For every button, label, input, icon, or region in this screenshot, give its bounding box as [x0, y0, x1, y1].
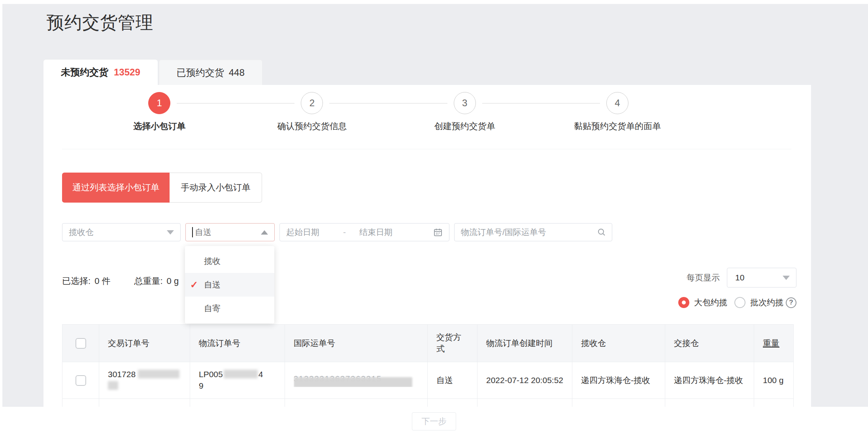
cell-trade-order-no: 301728 [99, 362, 190, 399]
dropdown-option-lanshou[interactable]: 揽收 [185, 249, 274, 273]
dropdown-option-ziji[interactable]: 自寄 [185, 297, 274, 320]
chevron-up-icon [261, 230, 268, 235]
col-trade-order-no: 交易订单号 [99, 325, 190, 362]
logistics-order-suffix: 4 [259, 370, 263, 379]
start-date-placeholder: 起始日期 [286, 227, 319, 238]
step-4-paste-label: 4 黏贴预约交货单的面单 [541, 92, 694, 132]
col-pickup-warehouse: 揽收仓 [572, 325, 665, 362]
section-divider [62, 149, 791, 149]
stepper: 1 选择小包订单 2 确认预约交货信息 3 创建预约交货单 4 黏贴预约交货单的… [83, 92, 694, 132]
delivery-method-value-wrap: 自送 [192, 227, 211, 238]
footer-bar: 下一步 [0, 407, 868, 436]
text-cursor [192, 227, 193, 237]
page-edge-top [0, 0, 868, 4]
filter-bar: 揽收仓 自送 起始日期 - 结束日期 [62, 223, 612, 241]
trade-order-visible: 301728 [108, 370, 136, 379]
date-range-picker[interactable]: 起始日期 - 结束日期 [279, 223, 449, 241]
radio-big-package[interactable] [678, 297, 689, 308]
check-icon: ✓ [190, 279, 198, 290]
manual-entry-button[interactable]: 手动录入小包订单 [170, 173, 262, 203]
cell-pickup-warehouse: 递四方珠海仓-揽收 [572, 362, 665, 399]
tab-label: 已预约交货 [177, 66, 224, 79]
radio-batch[interactable] [734, 297, 745, 308]
selected-count: 已选择:0 件 [62, 275, 114, 287]
tab-count-badge: 13529 [114, 67, 140, 78]
selected-count-value: 0 件 [94, 276, 110, 286]
tab-count-badge: 448 [229, 67, 245, 78]
step-label: 确认预约交货信息 [236, 120, 388, 132]
dropdown-option-zisong[interactable]: ✓ 自送 [185, 273, 274, 297]
pickup-warehouse-select[interactable]: 揽收仓 [62, 223, 181, 241]
calendar-icon [433, 227, 443, 237]
order-search-input[interactable] [461, 227, 587, 237]
col-weight: 重量 [754, 325, 794, 362]
total-weight-label: 总重量: [134, 276, 162, 286]
booking-mode-radios: 大包约揽 批次约揽 ? [678, 297, 796, 308]
selection-summary: 已选择:0 件 总重量:0 g [62, 275, 202, 287]
end-date-placeholder: 结束日期 [359, 227, 433, 238]
pickup-warehouse-placeholder: 揽收仓 [69, 227, 94, 238]
redacted-block [108, 381, 118, 390]
step-circle: 3 [454, 92, 476, 114]
page-edge-left [0, 0, 2, 407]
page-size-value: 10 [735, 273, 744, 282]
entry-mode-switch: 通过列表选择小包订单 手动录入小包订单 [62, 173, 262, 203]
tab-label: 未预约交货 [61, 66, 108, 79]
step-label: 选择小包订单 [83, 120, 236, 132]
page-size-row: 每页显示 10 [678, 268, 796, 288]
delivery-method-value: 自送 [195, 227, 211, 238]
tab-bar: 未预约交货 13529 已预约交货 448 [43, 60, 262, 85]
option-label: 揽收 [204, 256, 221, 267]
col-created-time: 物流订单创建时间 [477, 325, 572, 362]
tab-unreserved-delivery[interactable]: 未预约交货 13529 [43, 60, 158, 85]
chevron-down-icon [783, 276, 790, 280]
cell-delivery-method: 自送 [428, 362, 477, 399]
help-icon[interactable]: ? [786, 297, 796, 308]
table-row-partial [62, 399, 794, 407]
cell-weight: 100 g [754, 362, 794, 399]
order-search-box [454, 223, 612, 241]
step-circle: 1 [148, 92, 170, 114]
selected-count-label: 已选择: [62, 276, 91, 286]
table-row: 301728 LP0054 9 31333313637363315 自送 [62, 362, 794, 399]
delivery-method-select[interactable]: 自送 [185, 223, 275, 241]
logistics-order-line2: 9 [199, 381, 204, 390]
step-1-select-orders: 1 选择小包订单 [83, 92, 236, 132]
search-icon[interactable] [597, 227, 606, 237]
redacted-block [224, 370, 258, 378]
step-2-confirm-info: 2 确认预约交货信息 [236, 92, 388, 132]
tab-reserved-delivery[interactable]: 已预约交货 448 [159, 60, 262, 85]
col-intl-waybill-no: 国际运单号 [285, 325, 428, 362]
delivery-method-dropdown: 揽收 ✓ 自送 自寄 [185, 246, 274, 323]
option-label: 自送 [204, 279, 221, 290]
cell-intl-waybill-no: 31333313637363315 [285, 362, 428, 399]
step-circle: 2 [301, 92, 323, 114]
select-from-list-button[interactable]: 通过列表选择小包订单 [62, 173, 170, 203]
orders-table: 交易订单号 物流订单号 国际运单号 交货方式 物流订单创建时间 揽收仓 交接仓 … [62, 324, 794, 407]
total-weight: 总重量:0 g [134, 275, 183, 287]
col-handover-warehouse: 交接仓 [665, 325, 754, 362]
next-step-button[interactable]: 下一步 [412, 412, 456, 430]
chevron-down-icon [167, 230, 174, 235]
step-label: 黏贴预约交货单的面单 [541, 120, 694, 132]
cell-created-time: 2022-07-12 20:05:52 [477, 362, 572, 399]
radio-batch-label[interactable]: 批次约揽 [750, 297, 783, 308]
page-size-label: 每页显示 [687, 272, 720, 283]
row-checkbox[interactable] [75, 375, 86, 386]
date-separator: - [343, 227, 346, 237]
radio-big-package-label[interactable]: 大包约揽 [694, 297, 727, 308]
total-weight-value: 0 g [167, 276, 179, 286]
select-all-checkbox[interactable] [75, 338, 86, 349]
step-3-create-order: 3 创建预约交货单 [389, 92, 541, 132]
option-label: 自寄 [204, 303, 221, 314]
table-header-row: 交易订单号 物流订单号 国际运单号 交货方式 物流订单创建时间 揽收仓 交接仓 … [62, 325, 794, 362]
cell-logistics-order-no: LP0054 9 [190, 362, 285, 399]
main-panel: 1 选择小包订单 2 确认预约交货信息 3 创建预约交货单 4 黏贴预约交货单的… [43, 85, 811, 407]
col-delivery-method: 交货方式 [428, 325, 477, 362]
page-title: 预约交货管理 [47, 11, 153, 34]
step-circle: 4 [606, 92, 628, 114]
redacted-block [294, 377, 412, 387]
page-size-select[interactable]: 10 [727, 268, 796, 288]
logistics-order-visible: LP005 [199, 370, 223, 379]
col-logistics-order-no: 物流订单号 [190, 325, 285, 362]
